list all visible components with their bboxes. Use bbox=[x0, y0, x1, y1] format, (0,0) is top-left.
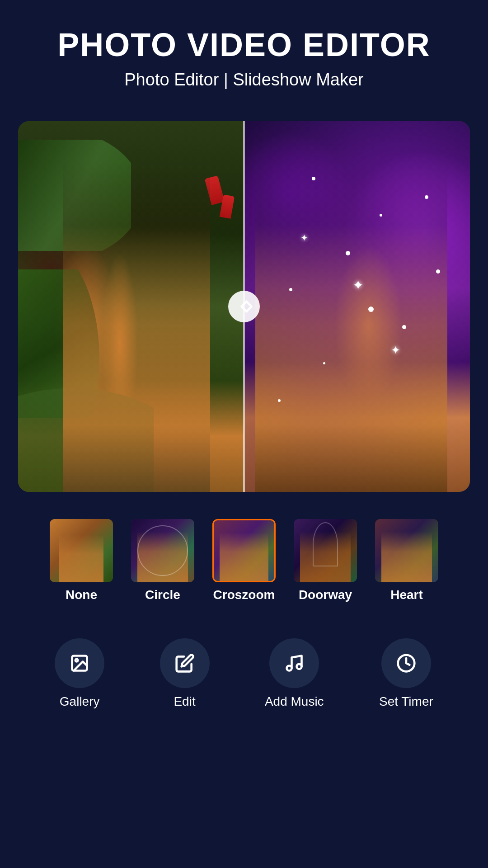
gallery-label: Gallery bbox=[60, 694, 100, 709]
app-title: PHOTO VIDEO EDITOR bbox=[18, 27, 470, 63]
effect-none[interactable]: None bbox=[45, 519, 117, 602]
effect-heart[interactable]: Heart bbox=[371, 519, 443, 602]
person-right bbox=[255, 158, 447, 492]
star-sparkle-3: ✦ bbox=[391, 344, 400, 357]
preview-container[interactable]: ✦ ✦ ✦ bbox=[18, 121, 470, 492]
timer-icon-wrap bbox=[381, 638, 431, 688]
timer-icon bbox=[396, 653, 416, 673]
effect-doorway[interactable]: Doorway bbox=[289, 519, 361, 602]
split-view: ✦ ✦ ✦ bbox=[18, 121, 470, 492]
effect-thumb-doorway bbox=[294, 519, 357, 582]
toolbar-add-music[interactable]: Add Music bbox=[265, 638, 324, 709]
music-icon-wrap bbox=[269, 638, 319, 688]
toolbar-set-timer[interactable]: Set Timer bbox=[379, 638, 433, 709]
gallery-icon bbox=[70, 653, 89, 673]
star-sparkle-2: ✦ bbox=[300, 232, 308, 243]
edit-label: Edit bbox=[174, 694, 195, 709]
set-timer-label: Set Timer bbox=[379, 694, 433, 709]
effect-thumb-none bbox=[50, 519, 113, 582]
effect-label-doorway: Doorway bbox=[299, 588, 352, 602]
effect-thumb-circle bbox=[131, 519, 194, 582]
effect-label-heart: Heart bbox=[390, 588, 423, 602]
effect-thumb-heart bbox=[375, 519, 438, 582]
header: PHOTO VIDEO EDITOR Photo Editor | Slides… bbox=[0, 0, 488, 108]
person-left bbox=[63, 158, 210, 492]
music-icon bbox=[284, 653, 304, 673]
svg-point-3 bbox=[297, 664, 302, 669]
edit-icon-wrap bbox=[160, 638, 210, 688]
effect-label-none: None bbox=[66, 588, 97, 602]
preview-right: ✦ ✦ ✦ bbox=[244, 121, 470, 492]
bottom-toolbar: Gallery Edit Add Music Set Timer bbox=[0, 620, 488, 736]
drag-handle[interactable] bbox=[228, 291, 260, 322]
toolbar-edit[interactable]: Edit bbox=[160, 638, 210, 709]
effect-thumb-croszoom bbox=[212, 519, 276, 582]
svg-point-2 bbox=[287, 666, 292, 671]
effect-label-croszoom: Croszoom bbox=[213, 588, 275, 602]
edit-icon bbox=[175, 653, 195, 673]
effect-croszoom[interactable]: Croszoom bbox=[208, 519, 280, 602]
preview-left bbox=[18, 121, 244, 492]
toolbar-gallery[interactable]: Gallery bbox=[55, 638, 104, 709]
effect-label-circle: Circle bbox=[145, 588, 180, 602]
effect-circle[interactable]: Circle bbox=[127, 519, 199, 602]
svg-point-1 bbox=[75, 659, 78, 662]
arrows-horizontal-icon bbox=[234, 297, 254, 316]
app-subtitle: Photo Editor | Slideshow Maker bbox=[18, 70, 470, 90]
star-sparkle-1: ✦ bbox=[352, 277, 364, 293]
gallery-icon-wrap bbox=[55, 638, 104, 688]
effects-strip: None Circle Croszoom Do bbox=[0, 505, 488, 611]
add-music-label: Add Music bbox=[265, 694, 324, 709]
